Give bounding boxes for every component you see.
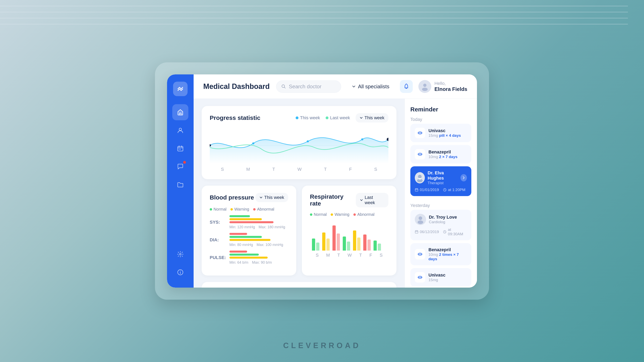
bp-bar (230, 257, 268, 259)
svg-point-12 (252, 142, 254, 144)
resp-x-labels: S M T W T F S (312, 253, 386, 258)
sidebar-item-settings[interactable] (172, 246, 188, 262)
pill-icon (416, 129, 424, 137)
sidebar-item-profile[interactable] (172, 122, 188, 138)
avatar (418, 80, 431, 93)
svg-point-14 (361, 138, 364, 140)
resp-legend-warning: Warning (331, 212, 349, 217)
resp-bar-group-m (322, 233, 330, 251)
clock-icon (443, 230, 446, 234)
bp-row-pulse: PULSE: Min: 64 b/m Max: 90 b/m (210, 251, 288, 265)
doctor-troy-name: Dr. Troy Love (429, 215, 457, 220)
reminder-benazepril-1[interactable]: Benazepril 10mg 2 × 7 days (410, 145, 471, 163)
doctor-elva-role: Therapist (428, 181, 458, 185)
header: Medical Dashboard All specialists (194, 74, 477, 99)
bp-legend-abnormal: Abnormal (253, 207, 274, 212)
two-col-row: Blood pressure This week (202, 186, 396, 276)
specialist-label: All specialists (358, 83, 390, 90)
reminder-title: Reminder (410, 106, 471, 113)
bp-title: Blood pressure (210, 194, 254, 201)
doctor-elva-name: Dr. Elva Hughes (428, 170, 458, 181)
bp-bar (230, 254, 259, 256)
reminder-benazepril-1-dose: 10mg 2 × 7 days (428, 155, 467, 159)
doctor-avatar (415, 172, 425, 183)
bp-bar (230, 215, 250, 217)
reminder-benazepril-2-dose: 10mg 2 times × 7 days (428, 252, 467, 261)
user-info: Hello, Elnora Fields (418, 80, 467, 93)
progress-legend: This week Last week (296, 113, 388, 122)
resp-legend-abnormal: Abnormal (354, 212, 374, 217)
center-panel: Progress statistic This week Last week (194, 99, 404, 288)
doctor-troy-time: at 09:30AM (443, 227, 467, 236)
yesterday-label: Yesterday (410, 203, 471, 208)
bp-bar (230, 233, 247, 235)
reminder-benazepril-2[interactable]: Benazepril 10mg 2 times × 7 days (410, 243, 471, 265)
reminder-univasc-2-dose: 15mg (428, 278, 467, 282)
progress-week-dropdown[interactable]: This week (356, 113, 388, 122)
resp-header: Respiratory rate Last week (310, 193, 388, 207)
chart-x-labels: S M T W T F S (210, 167, 388, 172)
sidebar-item-chat[interactable] (172, 158, 188, 175)
sidebar (167, 74, 194, 288)
resp-legend: Normal Warning Abnormal (310, 212, 388, 217)
legend-this-week: This week (296, 115, 320, 120)
doctor-troy-avatar (415, 214, 426, 225)
pill-icon-container-3 (415, 272, 425, 283)
resp-bar-group-s2 (374, 241, 381, 251)
chevron-down-icon (360, 199, 363, 202)
bp-row-sys: SYS: Min: 120 mmHg Max: 180 mmHg (210, 215, 288, 229)
reminder-univasc-2[interactable]: Univasc 15mg (410, 268, 471, 287)
reminder-univasc[interactable]: Univasc 15mg pill × 4 days (410, 124, 471, 142)
reminder-univasc-2-name: Univasc (428, 273, 467, 278)
specialist-dropdown[interactable]: All specialists (348, 81, 394, 92)
resp-dropdown[interactable]: Last week (356, 193, 388, 207)
search-input[interactable] (289, 83, 336, 90)
page-title: Medical Dashboard (203, 82, 270, 91)
pill-icon-container-2 (415, 249, 425, 259)
svg-point-13 (307, 140, 309, 142)
svg-point-4 (180, 253, 181, 255)
svg-point-34 (418, 220, 423, 224)
bp-row-dia: DIA: Min: 80 mmHg Max: 100 mmHg (210, 233, 288, 247)
logo[interactable] (173, 82, 188, 96)
bp-dropdown[interactable]: This week (256, 193, 288, 202)
sidebar-item-calendar[interactable] (172, 140, 188, 156)
bp-legend-normal: Normal (210, 207, 226, 212)
legend-label-this-week: This week (300, 115, 320, 120)
resp-bar-group-t1 (332, 225, 340, 251)
right-panel: Reminder Today (404, 99, 477, 288)
reminder-univasc-name: Univasc (428, 128, 467, 133)
progress-title: Progress statistic (210, 114, 260, 121)
header-right: Hello, Elnora Fields (400, 80, 467, 93)
brand-footer: CLEVERROAD (283, 341, 361, 350)
doctor-time: at 1:20PM (443, 188, 466, 192)
body-area: Progress statistic This week Last week (194, 99, 477, 288)
main-content: Medical Dashboard All specialists (194, 74, 477, 288)
svg-point-2 (179, 149, 180, 150)
notification-button[interactable] (400, 80, 413, 93)
progress-card: Progress statistic This week Last week (202, 106, 396, 179)
sidebar-item-info[interactable] (172, 264, 188, 280)
search-bar[interactable] (276, 80, 341, 93)
pill-icon-container (415, 128, 425, 138)
user-name: Elnora Fields (434, 86, 467, 92)
resp-bar-group-t2 (353, 231, 360, 251)
today-section: Today Univasc (410, 117, 471, 199)
svg-point-33 (418, 216, 422, 220)
sidebar-item-folder[interactable] (172, 177, 188, 193)
pill-icon-container (415, 149, 425, 159)
bp-legend: Normal Warning Abnormal (210, 207, 288, 212)
doctor-arrow[interactable] (460, 174, 467, 181)
bp-legend-warning: Warning (230, 207, 249, 212)
sidebar-item-home[interactable] (172, 104, 188, 120)
sidebar-nav (167, 104, 194, 246)
svg-rect-35 (415, 231, 418, 233)
reminder-benazepril-2-name: Benazepril (428, 247, 467, 252)
pill-icon (416, 274, 424, 281)
bp-warning-label: Warning (234, 207, 249, 212)
bell-icon (403, 83, 410, 90)
clock-icon (443, 188, 446, 192)
reminder-dr-elva[interactable]: Dr. Elva Hughes Therapist (410, 166, 471, 196)
resp-chart (312, 220, 386, 251)
reminder-dr-troy[interactable]: Dr. Troy Love Cardiolog (410, 210, 471, 240)
